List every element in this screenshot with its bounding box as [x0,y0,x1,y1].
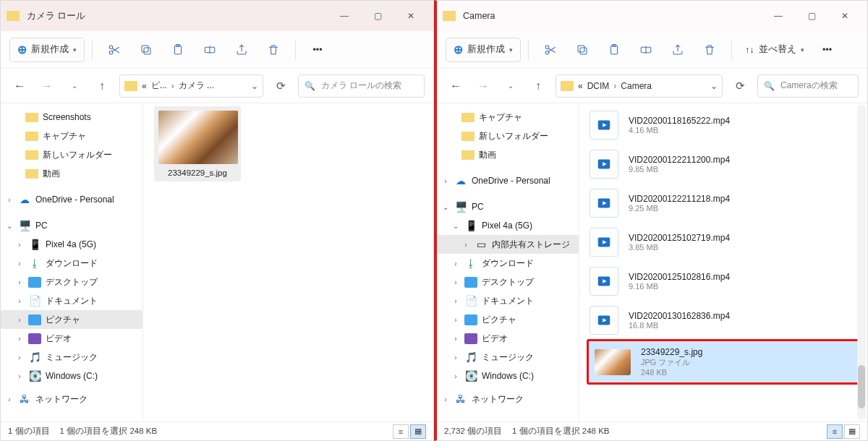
maximize-button[interactable]: ▢ [361,4,394,27]
chevron-down-icon[interactable]: ⌄ [251,81,258,91]
minimize-button[interactable]: — [328,4,361,27]
refresh-button[interactable]: ⟳ [730,80,750,93]
nav-pc[interactable]: ⌄🖥️PC [437,197,579,216]
copy-button[interactable] [132,38,161,62]
nav-item[interactable]: Screenshots [1,108,142,127]
back-button[interactable]: ← [9,80,30,93]
nav-item[interactable]: ›⭳ダウンロード [437,254,579,273]
share-button[interactable] [227,38,256,62]
address-bar[interactable]: « ピ...› カメラ ... ⌄ [119,74,263,98]
paste-button[interactable] [600,38,629,62]
nav-pc[interactable]: ⌄🖥️PC [1,216,142,235]
minimize-button[interactable]: — [762,4,795,27]
nav-item-pictures[interactable]: ›ピクチャ [1,310,142,329]
nav-network[interactable]: ›🖧ネットワーク [437,390,579,408]
forward-button[interactable]: → [37,80,57,93]
up-button[interactable]: ↑ [528,80,548,93]
file-size: 3.85 MB [629,243,730,252]
copy-button[interactable] [568,38,597,62]
close-button[interactable]: ✕ [394,4,427,27]
forward-button[interactable]: → [473,80,493,93]
breadcrumb-segment[interactable]: カメラ ... [179,80,214,92]
view-thumbnails-button[interactable]: ▦ [410,424,426,439]
nav-onedrive[interactable]: ›☁OneDrive - Personal [437,171,579,190]
delete-button[interactable] [259,38,288,62]
view-details-button[interactable]: ≡ [827,424,843,439]
share-button[interactable] [663,38,692,62]
view-details-button[interactable]: ≡ [393,424,409,439]
titlebar[interactable]: カメラ ロール — ▢ ✕ [1,1,433,31]
new-button[interactable]: ⊕新規作成▾ [9,38,85,62]
nav-item[interactable]: ›デスクトップ [1,273,142,291]
nav-item[interactable]: ›⭳ダウンロード [1,254,142,273]
nav-item[interactable]: ›ビデオ [437,329,579,348]
rename-button[interactable] [195,38,224,62]
new-button[interactable]: ⊕新規作成▾ [446,38,521,62]
file-row[interactable]: VID20200125102719.mp43.85 MB [587,223,856,261]
more-button[interactable]: ••• [303,38,332,62]
file-row[interactable]: VID20200125102816.mp49.16 MB [587,262,856,300]
close-button[interactable]: ✕ [828,4,861,27]
nav-item[interactable]: ›💽Windows (C:) [1,367,142,385]
nav-onedrive[interactable]: ›☁OneDrive - Personal [1,190,142,209]
nav-item[interactable]: 動画 [437,145,579,164]
nav-network[interactable]: ›🖧ネットワーク [1,390,142,408]
nav-item[interactable]: ›📄ドキュメント [437,291,579,310]
maximize-button[interactable]: ▢ [795,4,828,27]
nav-item[interactable]: 動画 [1,164,142,183]
nav-item[interactable]: ›📱Pixel 4a (5G) [1,235,142,254]
nav-item[interactable]: キャプチャ [1,127,142,145]
nav-pixel[interactable]: ⌄📱Pixel 4a (5G) [437,216,579,235]
file-name: VID20200118165222.mp4 [629,116,730,126]
search-input[interactable]: 🔍 カメラ ロールの検索 [298,74,425,98]
delete-button[interactable] [695,38,724,62]
status-selection: 1 個の項目を選択 248 KB [60,426,158,437]
breadcrumb-segment[interactable]: Camera [621,81,652,91]
file-row-selected[interactable]: 23349229_s.jpg JPG ファイル 248 KB [587,339,866,385]
nav-item[interactable]: ›💽Windows (C:) [437,367,579,385]
back-button[interactable]: ← [446,80,466,93]
nav-item[interactable]: 新しいフォルダー [1,145,142,164]
file-row[interactable]: VID20200118165222.mp44.16 MB [587,106,856,144]
view-thumbnails-button[interactable]: ▦ [844,424,860,439]
recent-button[interactable]: ⌄ [501,82,521,90]
explorer-window-left: カメラ ロール — ▢ ✕ ⊕新規作成▾ ••• ← → ⌄ ↑ « ピ...›… [0,0,434,441]
cut-button[interactable] [536,38,565,62]
nav-storage[interactable]: ›▭内部共有ストレージ [437,235,579,254]
nav-item[interactable]: ›ピクチャ [437,310,579,329]
file-row[interactable]: VID20200130162836.mp416.8 MB [587,301,856,339]
search-icon: 🔍 [305,81,315,91]
nav-item[interactable]: ›デスクトップ [437,273,579,291]
refresh-button[interactable]: ⟳ [271,80,291,93]
clipboard-icon [608,43,621,56]
breadcrumb-segment[interactable]: ピ... [151,80,167,92]
nav-item[interactable]: ›ビデオ [1,329,142,348]
paste-button[interactable] [163,38,192,62]
content-pane[interactable]: VID20200118165222.mp44.16 MBVID202001222… [579,103,867,421]
chevron-down-icon[interactable]: ⌄ [710,81,718,91]
nav-pane[interactable]: Screenshots キャプチャ 新しいフォルダー 動画 ›☁OneDrive… [1,103,143,421]
search-input[interactable]: 🔍 Cameraの検索 [757,74,859,98]
breadcrumb-segment[interactable]: DCIM [587,81,610,91]
file-thumbnail[interactable]: 23349229_s.jpg [154,106,241,181]
recent-button[interactable]: ⌄ [64,82,85,90]
share-icon [235,43,248,56]
file-row[interactable]: VID20200122211200.mp49.85 MB [587,145,856,183]
titlebar[interactable]: Camera — ▢ ✕ [437,1,867,31]
nav-pane[interactable]: キャプチャ 新しいフォルダー 動画 ›☁OneDrive - Personal … [437,103,579,421]
content-pane[interactable]: 23349229_s.jpg [143,103,433,421]
scrollbar-thumb[interactable] [858,365,865,408]
scrollbar[interactable] [857,105,866,420]
nav-item[interactable]: ›📄ドキュメント [1,291,142,310]
cut-button[interactable] [100,38,129,62]
nav-item[interactable]: キャプチャ [437,108,579,127]
nav-item[interactable]: ›🎵ミュージック [1,348,142,367]
file-row[interactable]: VID20200122211218.mp49.25 MB [587,184,856,222]
up-button[interactable]: ↑ [92,80,112,93]
more-button[interactable]: ••• [813,38,842,62]
address-bar[interactable]: « DCIM› Camera ⌄ [556,74,723,98]
rename-button[interactable] [631,38,660,62]
nav-item[interactable]: 新しいフォルダー [437,127,579,145]
sort-button[interactable]: ↑↓並べ替え▾ [739,38,810,62]
nav-item[interactable]: ›🎵ミュージック [437,348,579,367]
